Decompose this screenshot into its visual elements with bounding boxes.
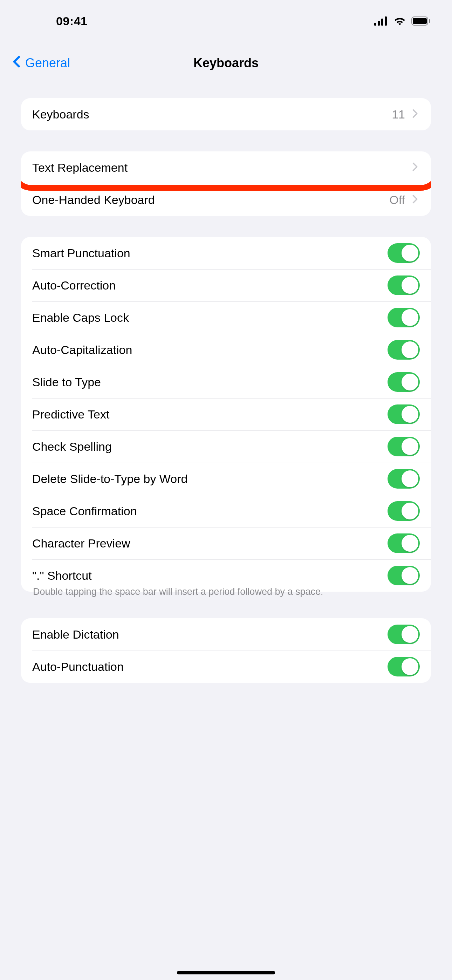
back-button[interactable]: General bbox=[11, 56, 70, 71]
row-predictive-text[interactable]: Predictive Text bbox=[21, 398, 431, 430]
svg-rect-3 bbox=[385, 16, 387, 25]
row-label: Slide to Type bbox=[32, 375, 101, 389]
row-label: Enable Dictation bbox=[32, 628, 119, 641]
toggle-switch[interactable] bbox=[388, 657, 420, 676]
toggle-switch[interactable] bbox=[388, 625, 420, 644]
toggle-switch[interactable] bbox=[388, 501, 420, 521]
svg-rect-2 bbox=[381, 19, 383, 25]
status-indicators bbox=[374, 16, 431, 26]
row-label: Space Confirmation bbox=[32, 504, 137, 518]
cellular-icon bbox=[374, 16, 388, 25]
row-period-shortcut[interactable]: "." Shortcut bbox=[21, 559, 431, 592]
highlighted-group-wrap: Text Replacement One-Handed Keyboard Off bbox=[21, 151, 431, 216]
home-indicator bbox=[177, 971, 275, 974]
row-keyboards[interactable]: Keyboards 11 bbox=[21, 98, 431, 130]
row-label: Text Replacement bbox=[32, 161, 127, 175]
wifi-icon bbox=[393, 16, 406, 26]
group-dictation: Enable Dictation Auto-Punctuation bbox=[21, 618, 431, 683]
row-auto-correction[interactable]: Auto-Correction bbox=[21, 269, 431, 301]
back-label: General bbox=[25, 56, 70, 70]
row-value: Off bbox=[389, 193, 405, 207]
row-check-spelling[interactable]: Check Spelling bbox=[21, 430, 431, 463]
group-text-onehanded: Text Replacement One-Handed Keyboard Off bbox=[21, 151, 431, 216]
toggle-switch[interactable] bbox=[388, 372, 420, 392]
toggle-switch[interactable] bbox=[388, 243, 420, 263]
toggle-switch[interactable] bbox=[388, 533, 420, 553]
row-label: Auto-Correction bbox=[32, 278, 116, 292]
toggle-switch[interactable] bbox=[388, 437, 420, 457]
row-label: Predictive Text bbox=[32, 407, 109, 421]
row-smart-punctuation[interactable]: Smart Punctuation bbox=[21, 237, 431, 269]
row-character-preview[interactable]: Character Preview bbox=[21, 527, 431, 559]
row-label: Auto-Capitalization bbox=[32, 343, 132, 357]
row-label: Character Preview bbox=[32, 537, 131, 550]
svg-rect-0 bbox=[374, 23, 376, 25]
toggle-switch[interactable] bbox=[388, 308, 420, 328]
row-label: Smart Punctuation bbox=[32, 247, 131, 260]
row-auto-capitalization[interactable]: Auto-Capitalization bbox=[21, 334, 431, 366]
group-typing-options: Smart Punctuation Auto-Correction Enable… bbox=[21, 237, 431, 592]
row-one-handed-keyboard[interactable]: One-Handed Keyboard Off bbox=[21, 184, 431, 216]
row-enable-dictation[interactable]: Enable Dictation bbox=[21, 618, 431, 651]
row-label: Auto-Punctuation bbox=[32, 660, 124, 674]
row-label: One-Handed Keyboard bbox=[32, 193, 155, 207]
row-label: Check Spelling bbox=[32, 440, 112, 453]
row-value: 11 bbox=[392, 108, 405, 121]
toggle-switch[interactable] bbox=[388, 566, 420, 585]
chevron-right-icon bbox=[410, 108, 420, 121]
chevron-left-icon bbox=[11, 56, 23, 71]
row-slide-to-type[interactable]: Slide to Type bbox=[21, 366, 431, 398]
row-label: "." Shortcut bbox=[32, 569, 92, 582]
settings-keyboards-screen: 09:41 bbox=[0, 0, 452, 980]
chevron-right-icon bbox=[410, 161, 420, 175]
content: Keyboards 11 Text Replacement bbox=[0, 84, 452, 683]
svg-rect-5 bbox=[413, 18, 427, 24]
chevron-right-icon bbox=[410, 193, 420, 207]
group-keyboards: Keyboards 11 bbox=[21, 98, 431, 130]
toggle-switch[interactable] bbox=[388, 404, 420, 424]
status-time: 09:41 bbox=[21, 14, 87, 28]
toggle-switch[interactable] bbox=[388, 469, 420, 488]
row-label: Enable Caps Lock bbox=[32, 311, 129, 325]
row-space-confirmation[interactable]: Space Confirmation bbox=[21, 495, 431, 527]
page-title: Keyboards bbox=[193, 56, 259, 70]
nav-bar: General Keyboards bbox=[0, 42, 452, 84]
svg-rect-6 bbox=[429, 19, 430, 23]
row-delete-slide-by-word[interactable]: Delete Slide-to-Type by Word bbox=[21, 463, 431, 495]
status-bar: 09:41 bbox=[0, 0, 452, 42]
row-label: Keyboards bbox=[32, 108, 89, 121]
row-text-replacement[interactable]: Text Replacement bbox=[21, 151, 431, 184]
toggle-switch[interactable] bbox=[388, 275, 420, 295]
toggle-switch[interactable] bbox=[388, 340, 420, 360]
row-enable-caps-lock[interactable]: Enable Caps Lock bbox=[21, 301, 431, 334]
row-label: Delete Slide-to-Type by Word bbox=[32, 472, 188, 486]
battery-icon bbox=[411, 16, 431, 25]
row-auto-punctuation[interactable]: Auto-Punctuation bbox=[21, 651, 431, 683]
svg-rect-1 bbox=[378, 21, 380, 25]
